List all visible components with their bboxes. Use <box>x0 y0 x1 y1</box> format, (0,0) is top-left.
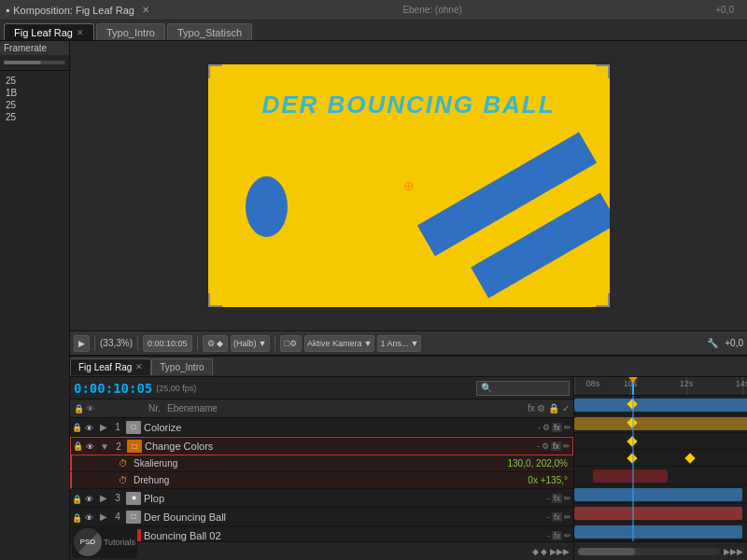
logo-text: Tutorials <box>104 538 135 547</box>
scroll-thumb <box>578 548 635 555</box>
sidebar-num-3: 25 <box>4 99 65 111</box>
crosshair-icon: ⊕ <box>403 178 415 193</box>
expand-4[interactable]: ▶ <box>98 511 109 522</box>
preview-toolbar: ▶ (33,3%) 0:00:10:05 ⚙ ◆ (Halb) ▼ □⚙ Akt… <box>70 330 747 355</box>
effect-icon-1[interactable]: fx <box>552 423 562 432</box>
fx-icon-2[interactable]: - <box>537 441 540 451</box>
preview-icons[interactable]: ⚙ ◆ <box>203 335 229 352</box>
layer-col-nr: Nr. <box>148 403 167 413</box>
layer-row-colorize[interactable]: 🔒 👁 ▶ 1 □ Colorize - ⚙ <box>70 418 573 437</box>
vis-icon-4[interactable]: 👁 <box>85 513 93 523</box>
corner-bl <box>208 293 222 307</box>
layer-icons-2: - ⚙ fx ✏ <box>537 441 571 451</box>
tab-fig-leaf-rag[interactable]: Fig Leaf Rag ✕ <box>4 23 94 40</box>
layer-name-4[interactable]: Der Bouncing Ball <box>144 511 547 523</box>
separator-2 <box>137 336 138 351</box>
pen-icon-5[interactable]: ✏ <box>564 531 571 540</box>
layer-name-3[interactable]: Plop <box>144 493 547 504</box>
preview-icons-2[interactable]: □⚙ <box>280 335 302 352</box>
layer-row-der-bouncing-ball[interactable]: 🔒 👁 ▶ 4 □ Der Bouncing Ball - fx <box>70 508 573 526</box>
vis-icon-1[interactable]: 👁 <box>85 424 93 433</box>
layer-type-1: □ <box>126 421 141 434</box>
pen-icon-3[interactable]: ✏ <box>564 494 571 503</box>
expand-1[interactable]: ▶ <box>98 422 109 432</box>
lock-icon-4[interactable]: 🔒 <box>72 513 82 523</box>
sidebar-framerate-title[interactable]: Framerate <box>0 41 69 55</box>
layer-name-5[interactable]: Bouncing Ball 02 <box>144 530 547 541</box>
layer-row-change-colors[interactable]: 🔒 👁 ▼ 2 □ Change Colors - ⚙ <box>70 437 573 455</box>
tab-typo-statisch[interactable]: Typo_Statisch <box>167 23 252 40</box>
timeline-scrollbar[interactable] <box>578 548 720 555</box>
preview-area: DER BOUNCING BALL ⊕ ▶ (33,3%) <box>70 41 747 355</box>
preview-title-text: DER BOUNCING BALL <box>261 91 555 119</box>
tl-tab-typo-intro[interactable]: Typo_Intro <box>151 358 212 375</box>
star-icon-2[interactable]: ⚙ <box>542 441 549 451</box>
layer-col-icons: fx ⚙ 🔒 ✓ <box>458 403 570 413</box>
track-bar-der-bouncing-ball[interactable] <box>574 488 742 501</box>
timeline-timecode: 0:00:10:05 <box>74 381 152 396</box>
lock-icon-3[interactable]: 🔒 <box>72 495 82 504</box>
timeline-right-icons: ▶▶▶ <box>724 547 743 556</box>
track-bar-colorize[interactable] <box>574 399 747 412</box>
fx-icon-3[interactable]: - <box>547 494 550 503</box>
layer-type-3: ★ <box>126 492 141 505</box>
layer-row-plop[interactable]: 🔒 👁 ▶ 3 ★ Plop - fx <box>70 489 573 508</box>
lock-icon-2[interactable]: 🔒 <box>73 441 83 451</box>
prop-row-drehung: ⏱ Drehung 0x +135,° <box>70 472 573 489</box>
timeline-controls-row: 0:00:10:05 (25,00 fps) <box>70 377 573 399</box>
star-icon-1[interactable]: ⚙ <box>543 423 550 432</box>
sidebar-num-4: 25 <box>4 111 65 123</box>
timeline-search-input[interactable] <box>476 381 570 396</box>
preview-half-dropdown[interactable]: (Halb) ▼ <box>231 335 269 352</box>
fx-icon-4[interactable]: - <box>547 512 550 522</box>
close-tab-icon[interactable]: ✕ <box>142 5 149 15</box>
layer-name-2[interactable]: Change Colors <box>145 441 537 452</box>
prop-value-skalierung: 130,0, 202,0% <box>487 458 571 469</box>
timeline-tracks <box>574 396 747 541</box>
prop-name-skalierung: Skalierung <box>134 458 487 469</box>
layer-type-2: □ <box>127 440 142 453</box>
separator-1 <box>94 336 95 351</box>
layer-name-1[interactable]: Colorize <box>144 422 538 433</box>
expand-2[interactable]: ▼ <box>99 441 110 452</box>
pen-icon-4[interactable]: ✏ <box>564 512 571 522</box>
timeline-left-panel: 0:00:10:05 (25,00 fps) 🔒 👁 Nr. Ebenename <box>70 377 574 560</box>
preview-ans-dropdown[interactable]: 1 Ans... ▼ <box>377 335 421 352</box>
expand-3[interactable]: ▶ <box>98 493 109 503</box>
track-bar-bouncing-ball-02[interactable] <box>574 507 742 520</box>
effect-icon-4[interactable]: fx <box>552 512 562 522</box>
layer-row-bouncing-ball-02[interactable]: 🔒 👁 ▶ 5 □ Bouncing Ball 02 - fx <box>70 526 573 541</box>
preview-camera-dropdown[interactable]: Aktive Kamera ▼ <box>304 335 374 352</box>
layer-nr-3: 3 <box>109 493 126 503</box>
stopwatch-icon-drehung[interactable]: ⏱ <box>119 475 132 485</box>
effect-icon-3[interactable]: fx <box>552 494 562 503</box>
fx-icon-5[interactable]: - <box>547 531 550 540</box>
track-bar-plop[interactable] <box>593 469 668 483</box>
layer-type-4: □ <box>126 511 141 524</box>
vis-icon-2[interactable]: 👁 <box>86 442 94 452</box>
tl-tab-fig-leaf-rag[interactable]: Fig Leaf Rag ✕ <box>70 358 151 375</box>
tab-typo-intro[interactable]: Typo_Intro <box>96 23 165 40</box>
fx-icon-1[interactable]: - <box>538 423 541 432</box>
layer-list-header: 🔒 👁 Nr. Ebenename fx ⚙ 🔒 ✓ <box>70 399 573 418</box>
pen-icon-2[interactable]: ✏ <box>563 441 571 451</box>
track-bar-bouncing-ball-01[interactable] <box>574 525 742 539</box>
preview-image: DER BOUNCING BALL ⊕ <box>208 64 610 307</box>
sidebar-framerate-content <box>0 55 69 70</box>
lock-icon-1[interactable]: 🔒 <box>72 423 82 432</box>
effect-icon-5[interactable]: fx <box>552 531 562 540</box>
layer-nr-1: 1 <box>109 422 126 432</box>
preview-play-btn[interactable]: ▶ <box>74 335 90 352</box>
pen-icon-1[interactable]: ✏ <box>564 423 571 432</box>
ruler-tick-0 <box>574 377 575 395</box>
prop-name-drehung: Drehung <box>134 475 487 485</box>
effect-icon-2[interactable]: fx <box>551 441 561 451</box>
preview-time-btn[interactable]: 0:00:10:05 <box>143 335 192 352</box>
main-tab-row: Fig Leaf Rag ✕ Typo_Intro Typo_Statisch <box>0 21 747 41</box>
layer-nr-4: 4 <box>109 511 126 522</box>
corner-tl <box>208 64 222 78</box>
vis-icon-3[interactable]: 👁 <box>85 495 93 504</box>
stopwatch-icon-skalierung[interactable]: ⏱ <box>119 458 132 469</box>
track-bar-change-colors[interactable] <box>574 417 747 430</box>
preview-top-right: 🔧 <box>707 338 718 348</box>
